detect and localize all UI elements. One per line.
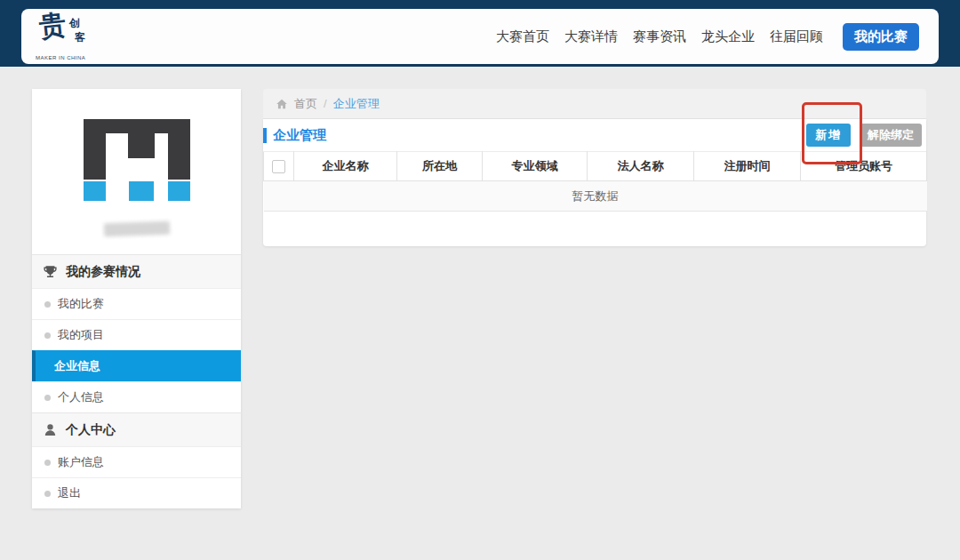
logo-shape-center-leg (128, 133, 155, 158)
table-empty-row: 暂无数据 (264, 181, 927, 212)
logo-shape-blue-center (129, 181, 154, 201)
sidebar-section-my-participation: 我的参赛情况 (32, 254, 241, 288)
bullet-icon (44, 395, 51, 401)
user-icon (43, 422, 58, 437)
sidebar-item-label: 退出 (58, 485, 81, 501)
enterprise-management-panel: 企业管理 新增 解除绑定 企业名称 所在地 专业领域 法人名称 (263, 119, 926, 246)
navbar-card: 贵 创 客 MAKER IN CHINA 大赛首页 大赛详情 赛事资讯 龙头企业… (21, 9, 939, 64)
empty-data-text: 暂无数据 (264, 181, 927, 212)
breadcrumb: 首页 / 企业管理 (263, 89, 926, 119)
table-header-row: 企业名称 所在地 专业领域 法人名称 注册时间 管理员账号 (264, 152, 927, 181)
sidebar-section-personal-center: 个人中心 (32, 412, 241, 446)
select-all-checkbox[interactable] (272, 160, 285, 173)
add-button[interactable]: 新增 (806, 124, 851, 147)
company-logo (84, 119, 190, 201)
sidebar-item-enterprise-info[interactable]: 企业信息 (32, 350, 241, 381)
logo-shape-left-leg (84, 133, 106, 180)
sidebar-item-label: 我的项目 (58, 327, 104, 343)
my-contest-button[interactable]: 我的比赛 (843, 23, 919, 51)
nav-link-contest-details[interactable]: 大赛详情 (564, 28, 618, 45)
logo-text-top: 创 (69, 16, 80, 31)
bullet-icon (44, 491, 51, 497)
site-logo[interactable]: 贵 创 客 MAKER IN CHINA (36, 12, 105, 60)
bullet-icon (44, 460, 51, 466)
trophy-icon (43, 264, 58, 279)
bullet-icon (44, 301, 51, 308)
panel-header: 企业管理 新增 解除绑定 (263, 119, 926, 151)
breadcrumb-separator: / (324, 97, 327, 110)
column-header-admin-account: 管理员账号 (801, 152, 927, 181)
nav-link-contest-home[interactable]: 大赛首页 (496, 28, 549, 45)
column-header-location: 所在地 (397, 152, 483, 181)
checkbox-header-cell (264, 152, 294, 181)
nav-links: 大赛首页 大赛详情 赛事资讯 龙头企业 往届回顾 我的比赛 (496, 23, 919, 51)
nav-link-past-editions[interactable]: 往届回顾 (770, 28, 823, 45)
sidebar-item-label: 企业信息 (54, 358, 100, 374)
logo-shape-blue-left (84, 181, 106, 201)
logo-mark-glyph: 贵 (38, 12, 68, 41)
column-header-legal-person: 法人名称 (588, 152, 694, 181)
sidebar: 我的参赛情况 我的比赛 我的项目 企业信息 个人信息 个人中心 账户信息 退出 (32, 89, 241, 508)
sidebar-item-my-projects[interactable]: 我的项目 (32, 319, 241, 350)
column-header-register-time: 注册时间 (694, 152, 801, 181)
top-navbar: 贵 创 客 MAKER IN CHINA 大赛首页 大赛详情 赛事资讯 龙头企业… (0, 0, 960, 67)
bullet-icon (44, 332, 51, 339)
logo-shape-top (84, 119, 190, 133)
sidebar-item-label: 个人信息 (58, 389, 104, 405)
nav-link-event-news[interactable]: 赛事资讯 (633, 28, 686, 45)
redacted-username (103, 221, 169, 237)
logo-shape-blue-right (168, 181, 190, 201)
title-marker-bar (263, 128, 267, 143)
home-icon (276, 98, 288, 110)
sidebar-section-label: 我的参赛情况 (66, 264, 140, 280)
enterprise-table: 企业名称 所在地 专业领域 法人名称 注册时间 管理员账号 暂无数据 (263, 151, 927, 212)
logo-shape-right-leg (168, 133, 190, 180)
unbind-button[interactable]: 解除绑定 (860, 124, 922, 147)
avatar-box (32, 89, 241, 254)
sidebar-item-label: 我的比赛 (58, 296, 104, 312)
sidebar-item-account-info[interactable]: 账户信息 (32, 446, 241, 477)
sidebar-item-logout[interactable]: 退出 (32, 477, 241, 508)
sidebar-item-label: 账户信息 (58, 454, 104, 470)
column-header-field: 专业领域 (483, 152, 588, 181)
sidebar-item-personal-info[interactable]: 个人信息 (32, 381, 241, 412)
sidebar-section-label: 个人中心 (66, 422, 116, 438)
logo-text-bottom: 客 (75, 30, 85, 45)
sidebar-item-my-contests[interactable]: 我的比赛 (32, 288, 241, 319)
column-header-enterprise-name: 企业名称 (294, 152, 397, 181)
breadcrumb-current[interactable]: 企业管理 (333, 96, 380, 112)
page-title: 企业管理 (273, 127, 326, 144)
nav-link-leading-enterprises[interactable]: 龙头企业 (701, 28, 755, 45)
breadcrumb-home-link[interactable]: 首页 (294, 96, 317, 112)
panel-action-buttons: 新增 解除绑定 (806, 124, 922, 147)
logo-tagline: MAKER IN CHINA (36, 55, 85, 60)
main-content: 首页 / 企业管理 企业管理 新增 解除绑定 企业名称 (263, 89, 926, 246)
